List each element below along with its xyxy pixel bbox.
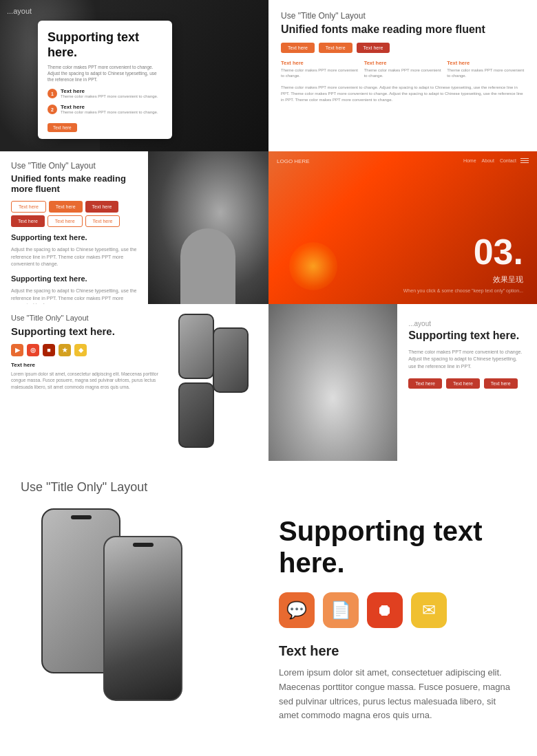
phone-screen-1 xyxy=(180,315,213,378)
phone-mockup-1 xyxy=(178,314,214,379)
cell5-phones xyxy=(175,314,257,451)
card-button[interactable]: Text here xyxy=(48,123,77,132)
item-number-2: 2 xyxy=(48,105,57,114)
arch-decoration xyxy=(180,228,235,304)
cell6-btn-3[interactable]: Text here xyxy=(484,378,518,389)
phone-notch-1 xyxy=(71,515,92,519)
col2-title: Text here xyxy=(364,60,442,66)
bottom-support-title: Supporting texthere. xyxy=(279,515,516,579)
info-card: Supporting text here. Theme color makes … xyxy=(38,21,172,139)
col3-text: Theme color makes PPT more convenient to… xyxy=(447,67,525,79)
cell3-btn-2[interactable]: Text here xyxy=(49,201,83,213)
cell4-nav: Home About Contact xyxy=(463,158,516,163)
nav-home[interactable]: Home xyxy=(463,158,476,163)
cell3-btn-1[interactable]: Text here xyxy=(11,201,46,213)
social-icon-4[interactable]: ★ xyxy=(59,344,71,356)
bottom-icon-2[interactable]: 📄 xyxy=(323,592,359,628)
nav-about[interactable]: About xyxy=(482,158,494,163)
col3-title: Text here xyxy=(447,60,525,66)
item-2-text: Theme color makes PPT more convenient to… xyxy=(61,110,158,116)
card-subtitle: Theme color makes PPT more convenient to… xyxy=(48,64,162,83)
cell5-left: Use "Title Only" Layout Supporting text … xyxy=(11,314,168,451)
hamburger-line-3 xyxy=(520,162,529,163)
col1-title: Text here xyxy=(281,60,359,66)
cell4-logo: LOGO HERE xyxy=(277,158,310,164)
phone-large-2 xyxy=(103,536,182,701)
bottom-layout-title: Use "Title Only" Layout xyxy=(21,480,516,495)
cell3-layout-title: Use "Title Only" Layout xyxy=(11,161,147,171)
cell6-btn-2[interactable]: Text here xyxy=(446,378,480,389)
social-icon-1[interactable]: ▶ xyxy=(11,344,23,356)
social-icon-5[interactable]: ◆ xyxy=(74,344,87,356)
sun-decoration xyxy=(289,242,337,290)
cell3-btn-5[interactable]: Text here xyxy=(48,215,83,227)
cell-bottom: Use "Title Only" Layout Supporting texth… xyxy=(0,461,537,756)
cell5-support-title: Supporting text here. xyxy=(11,325,168,338)
doc-icon: 📄 xyxy=(330,601,351,620)
cell6-sketch-image xyxy=(268,304,397,461)
cell3-btn-4[interactable]: Text here xyxy=(11,215,45,227)
bottom-right-content: Supporting texthere. 💬 📄 ⏺ ✉ Text here L… xyxy=(279,508,516,723)
cell3-heading: Unified fonts make reading more fluent xyxy=(11,173,147,194)
bottom-icon-3[interactable]: ⏺ xyxy=(367,592,403,628)
cell3-btn-row: Text here Text here Text here Text here … xyxy=(11,201,147,227)
cell3-image-inner xyxy=(148,151,269,304)
cell3-btn-6[interactable]: Text here xyxy=(85,215,120,227)
social-icon-2[interactable]: ◎ xyxy=(27,344,39,356)
col-2: Text here Theme color makes PPT more con… xyxy=(364,60,442,79)
cell6-btn-row: Text here Text here Text here xyxy=(408,378,526,389)
bottom-icon-1[interactable]: 💬 xyxy=(279,592,315,628)
phone-mockup-2 xyxy=(213,327,249,393)
bottom-icon-4[interactable]: ✉ xyxy=(411,592,447,628)
cell2-main-heading: Unified fonts make reading more fluent xyxy=(281,23,525,36)
cell4-chinese-text: 效果呈现 xyxy=(493,274,523,285)
item-2-title: Text here xyxy=(61,104,158,110)
cell2-long-text: Theme color makes PPT more convenient to… xyxy=(281,85,525,103)
cell3-image xyxy=(148,151,269,304)
cell6-layout-label: ...ayout xyxy=(408,320,431,327)
cell2-three-col: Text here Theme color makes PPT more con… xyxy=(281,60,525,79)
card-item-1: 1 Text here Theme color makes PPT more c… xyxy=(48,88,162,100)
btn-text-3[interactable]: Text here xyxy=(357,43,390,53)
btn-text-1[interactable]: Text here xyxy=(281,43,315,53)
hamburger-line-2 xyxy=(520,160,529,161)
phone-screen-3 xyxy=(180,384,213,446)
cell-4-orange: LOGO HERE Home About Contact 03. 效果呈现 Wh… xyxy=(268,151,537,304)
cell2-button-row: Text here Text here Text here xyxy=(281,43,525,53)
mail-icon: ✉ xyxy=(422,601,436,620)
col-1: Text here Theme color makes PPT more con… xyxy=(281,60,359,79)
cell5-text-label: Text here xyxy=(11,362,168,368)
social-icon-3[interactable]: ■ xyxy=(43,344,55,356)
cell-3: Use "Title Only" Layout Unified fonts ma… xyxy=(0,151,268,304)
item-number-1: 1 xyxy=(48,89,57,98)
cell-5: Use "Title Only" Layout Supporting text … xyxy=(0,304,268,461)
cell6-desc: Theme color makes PPT more convenient to… xyxy=(408,349,526,371)
hamburger-line-1 xyxy=(520,158,529,159)
cell3-support1-text: Adjust the spacing to adapt to Chinese t… xyxy=(11,246,147,268)
cell3-btn-3[interactable]: Text here xyxy=(85,201,119,213)
cell-2: Use "Title Only" Layout Unified fonts ma… xyxy=(268,0,537,151)
nav-contact[interactable]: Contact xyxy=(500,158,516,163)
bottom-text-here: Text here xyxy=(279,643,516,659)
cell-6: ...ayout Supporting text here. Theme col… xyxy=(268,304,537,461)
hamburger-icon[interactable] xyxy=(520,158,529,163)
phone-large-screen-2 xyxy=(105,537,181,700)
col2-text: Theme color makes PPT more convenient to… xyxy=(364,67,442,79)
social-icons-row: ▶ ◎ ■ ★ ◆ xyxy=(11,344,168,356)
item-1-title: Text here xyxy=(61,88,158,94)
cell5-body-text: Lorem ipsum dolor sit amet, consectetur … xyxy=(11,371,168,391)
phone-mockup-3 xyxy=(178,382,214,448)
chat-icon: 💬 xyxy=(286,601,307,620)
item-1-text: Theme color makes PPT more convenient to… xyxy=(61,94,158,100)
bottom-inner: Supporting texthere. 💬 📄 ⏺ ✉ Text here L… xyxy=(21,508,516,728)
cell3-content: Use "Title Only" Layout Unified fonts ma… xyxy=(11,161,147,304)
cell3-support2-title: Supporting text here. xyxy=(11,274,147,283)
col-3: Text here Theme color makes PPT more con… xyxy=(447,60,525,79)
layout-label: ...ayout xyxy=(7,7,32,15)
btn-text-2[interactable]: Text here xyxy=(319,43,352,53)
phone-notch-2 xyxy=(133,543,154,547)
cell6-content: ...ayout Supporting text here. Theme col… xyxy=(397,304,537,461)
col1-text: Theme color makes PPT more convenient to… xyxy=(281,67,359,79)
cell6-btn-1[interactable]: Text here xyxy=(408,378,442,389)
card-title: Supporting text here. xyxy=(48,30,162,60)
